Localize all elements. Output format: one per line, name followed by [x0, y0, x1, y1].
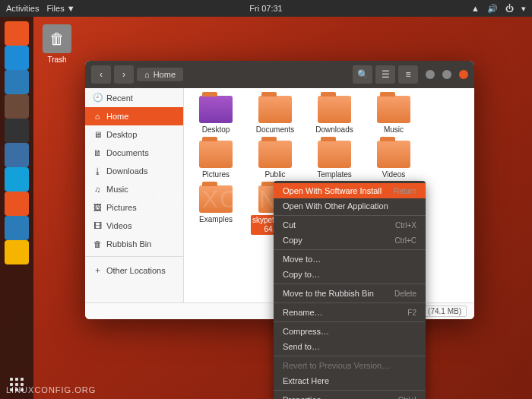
dock-app-8[interactable] — [5, 216, 29, 240]
trash-icon: 🗑 — [43, 24, 71, 53]
hamburger-button[interactable]: ≡ — [398, 65, 418, 84]
file-item[interactable]: Downloads — [310, 96, 359, 135]
sidebar-item-documents[interactable]: 🗎Documents — [85, 144, 183, 162]
ctx-extract-here[interactable]: Extract Here — [274, 373, 426, 388]
ctx-move-to-[interactable]: Move to… — [274, 252, 426, 267]
ctx-label: Extract Here — [283, 376, 329, 385]
ctx-copy[interactable]: CopyCtrl+C — [274, 233, 426, 248]
dock-app-1[interactable] — [5, 46, 29, 70]
sidebar-item-label: Other Locations — [106, 266, 166, 275]
ctx-label: Compress… — [283, 327, 329, 336]
ctx-label: Open With Other Application — [283, 201, 388, 211]
file-item[interactable]: Documents — [251, 96, 299, 135]
chevron-down-icon[interactable]: ▾ — [521, 4, 526, 14]
dock-app-0[interactable] — [5, 21, 29, 46]
close-button[interactable] — [459, 70, 468, 79]
ctx-label: Open With Software Install — [283, 186, 382, 195]
file-label: Videos — [369, 170, 418, 179]
sidebar-item-label: Videos — [106, 221, 131, 230]
clock[interactable]: Fri 07:31 — [249, 4, 282, 13]
sidebar-item-label: Desktop — [106, 130, 137, 139]
sidebar-item-label: Downloads — [106, 166, 147, 176]
file-item[interactable]: Templates — [310, 141, 359, 179]
ctx-open-with-software-install[interactable]: Open With Software InstallReturn — [274, 183, 426, 198]
sidebar-icon: ⌂ — [93, 112, 102, 121]
ctx-copy-to-[interactable]: Copy to… — [274, 267, 426, 282]
ctx-properties[interactable]: PropertiesCtrl+I — [274, 392, 426, 399]
file-item[interactable]: Desktop — [192, 96, 240, 135]
file-item[interactable]: Public — [251, 141, 299, 179]
file-item[interactable]: Pictures — [192, 141, 240, 179]
file-label: Downloads — [310, 125, 359, 135]
ctx-open-with-other-application[interactable]: Open With Other Application — [274, 198, 426, 214]
ctx-label: Rename… — [283, 308, 323, 317]
sidebar-item-desktop[interactable]: 🖥Desktop — [85, 125, 183, 144]
dock-app-4[interactable] — [5, 119, 29, 143]
ctx-shortcut: Delete — [394, 290, 416, 298]
folder-icon — [258, 141, 292, 168]
sidebar-icon: 🗑 — [93, 239, 102, 249]
trash-label: Trash — [43, 55, 71, 64]
ctx-rename-[interactable]: Rename…F2 — [274, 305, 426, 320]
ctx-label: Cut — [283, 220, 296, 230]
file-label: Public — [251, 170, 299, 179]
folder-icon — [258, 96, 292, 123]
sidebar-item-downloads[interactable]: ⭳Downloads — [85, 162, 183, 180]
forward-button[interactable]: › — [114, 65, 134, 84]
view-list-button[interactable]: ☰ — [375, 65, 395, 84]
appmenu-button[interactable]: Files ▼ — [46, 4, 74, 13]
desktop-trash[interactable]: 🗑 Trash — [43, 24, 71, 64]
dock — [0, 17, 33, 399]
ctx-compress-[interactable]: Compress… — [274, 324, 426, 339]
ctx-label: Copy to… — [283, 270, 320, 279]
sidebar-item-rubbish-bin[interactable]: 🗑Rubbish Bin — [85, 235, 183, 253]
top-bar: Activities Files ▼ Fri 07:31 ▲ 🔊 ⏻ ▾ — [0, 0, 532, 17]
search-button[interactable]: 🔍 — [353, 65, 372, 84]
volume-icon[interactable]: 🔊 — [487, 4, 498, 14]
window-header: ‹ › ⌂ Home 🔍 ☰ ≡ — [85, 61, 474, 88]
context-menu: Open With Software InstallReturnOpen Wit… — [274, 181, 426, 399]
network-icon[interactable]: ▲ — [471, 4, 480, 13]
ctx-send-to-[interactable]: Send to… — [274, 339, 426, 354]
dock-app-2[interactable] — [5, 70, 29, 94]
power-icon[interactable]: ⏻ — [505, 4, 514, 13]
sidebar-icon: ♫ — [93, 185, 102, 194]
folder-icon — [199, 141, 233, 168]
path-bar[interactable]: ⌂ Home — [137, 68, 183, 81]
sidebar-item-other-locations[interactable]: ＋Other Locations — [85, 260, 183, 280]
sidebar: 🕘Recent⌂Home🖥Desktop🗎Documents⭳Downloads… — [85, 88, 184, 302]
ctx-revert-to-previous-version-: Revert to Previous Version… — [274, 358, 426, 373]
sidebar-item-music[interactable]: ♫Music — [85, 180, 183, 198]
back-button[interactable]: ‹ — [91, 65, 111, 84]
ctx-shortcut: Ctrl+C — [394, 236, 416, 245]
file-item[interactable]: Examples — [192, 185, 240, 235]
dock-app-7[interactable] — [5, 192, 29, 216]
maximize-button[interactable] — [442, 70, 451, 79]
ctx-label: Copy — [283, 236, 302, 245]
sidebar-item-home[interactable]: ⌂Home — [85, 107, 183, 125]
file-label: Templates — [310, 170, 359, 179]
dock-app-6[interactable] — [5, 167, 29, 192]
ctx-cut[interactable]: CutCtrl+X — [274, 217, 426, 233]
dock-app-9[interactable] — [5, 240, 29, 264]
minimize-button[interactable] — [426, 70, 435, 79]
ctx-move-to-the-rubbish-bin[interactable]: Move to the Rubbish BinDelete — [274, 286, 426, 301]
sidebar-item-videos[interactable]: 🎞Videos — [85, 217, 183, 235]
dock-app-3[interactable] — [5, 94, 29, 119]
sidebar-icon: ⭳ — [93, 166, 102, 176]
dock-app-5[interactable] — [5, 143, 29, 167]
folder-icon — [377, 141, 410, 168]
activities-button[interactable]: Activities — [6, 4, 39, 13]
ctx-label: Revert to Previous Version… — [283, 361, 390, 370]
ctx-label: Move to the Rubbish Bin — [283, 289, 374, 298]
sidebar-item-label: Pictures — [106, 203, 137, 212]
sidebar-item-pictures[interactable]: 🖼Pictures — [85, 198, 183, 217]
sidebar-item-label: Home — [106, 112, 128, 121]
sidebar-item-recent[interactable]: 🕘Recent — [85, 88, 183, 107]
sidebar-icon: 🎞 — [93, 221, 102, 230]
file-item[interactable]: Music — [369, 96, 418, 135]
file-item[interactable]: Videos — [369, 141, 418, 179]
sidebar-icon: 🖼 — [93, 203, 102, 212]
folder-icon — [318, 96, 351, 123]
file-label: Pictures — [192, 170, 240, 179]
